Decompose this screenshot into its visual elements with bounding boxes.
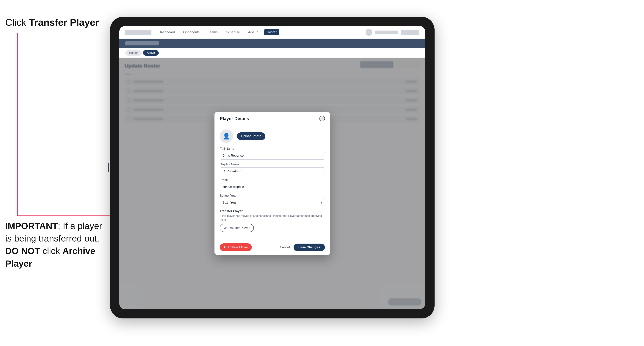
save-changes-button[interactable]: Save Changes (294, 244, 325, 251)
modal-footer: ⬇ Archive Player Cancel Save Changes (214, 240, 330, 255)
arrow-vertical (17, 33, 18, 216)
avatar-placeholder: 👤 (220, 129, 233, 143)
instruction-bottom: IMPORTANT: If a player is being transfer… (5, 220, 102, 270)
full-name-label: Full Name (220, 147, 325, 151)
tablet-frame: Dashboard Opponents Teams Schedule Add T… (110, 17, 434, 319)
modal-close-button[interactable]: × (319, 116, 325, 121)
modal-body: 👤 Upload Photo Full Name Display Name (214, 125, 330, 240)
do-not-label: DO NOT (5, 246, 40, 256)
modal-title: Player Details (220, 116, 249, 121)
footer-right-actions: Cancel Save Changes (280, 244, 325, 251)
email-group: Email (220, 178, 325, 191)
archive-icon: ⬇ (224, 245, 226, 249)
school-year-group: School Year Sixth Year Fifth Year Fourth… (220, 194, 325, 206)
instruction-text2: click (40, 246, 62, 256)
content-tabs: Roster Active (119, 48, 425, 58)
user-avatar (366, 29, 372, 36)
display-name-label: Display Name (220, 163, 325, 166)
transfer-icon: ⟳ (224, 226, 226, 230)
tablet-side-button (108, 163, 109, 172)
tab-active[interactable]: Active (143, 50, 159, 56)
upload-photo-button[interactable]: Upload Photo (237, 132, 266, 140)
full-name-group: Full Name (220, 147, 325, 160)
add-athlete-button[interactable] (400, 30, 419, 35)
tablet-screen: Dashboard Opponents Teams Schedule Add T… (119, 26, 425, 309)
user-name (375, 30, 398, 34)
nav-roster[interactable]: Roster (264, 29, 279, 35)
email-input[interactable] (220, 183, 325, 191)
school-year-select[interactable]: Sixth Year Fifth Year Fourth Year Third … (220, 199, 325, 206)
full-name-input[interactable] (220, 152, 325, 160)
transfer-section-desc: If this player has moved to another scho… (220, 214, 325, 222)
transfer-player-button[interactable]: ⟳ Transfer Player (220, 224, 254, 232)
instruction-prefix: Click (5, 17, 29, 28)
photo-row: 👤 Upload Photo (220, 129, 325, 143)
nav-schedule[interactable]: Schedule (223, 29, 242, 35)
transfer-button-label: Transfer Player (228, 226, 250, 230)
important-label: IMPORTANT (5, 221, 58, 231)
school-year-select-wrapper: Sixth Year Fifth Year Fourth Year Third … (220, 199, 325, 206)
person-icon: 👤 (223, 133, 230, 140)
archive-button-label: Archive Player (228, 245, 248, 249)
nav-opponents[interactable]: Opponents (180, 29, 202, 35)
cancel-button[interactable]: Cancel (280, 245, 290, 249)
player-details-modal: Player Details × 👤 Upload Photo (214, 112, 330, 255)
transfer-section-title: Transfer Player (220, 209, 325, 213)
main-content: Update Roster Team (119, 58, 425, 309)
display-name-input[interactable] (220, 168, 325, 175)
nav-add-to[interactable]: Add To (246, 29, 261, 35)
archive-player-button[interactable]: ⬇ Archive Player (220, 243, 252, 251)
nav-dashboard[interactable]: Dashboard (156, 29, 178, 35)
transfer-player-section: Transfer Player If this player has moved… (220, 209, 325, 232)
modal-overlay: Player Details × 👤 Upload Photo (119, 58, 425, 309)
dashboard-label (125, 41, 159, 45)
instruction-top: Click Transfer Player (5, 17, 99, 28)
modal-header: Player Details × (214, 112, 330, 125)
topbar-right (366, 29, 419, 36)
email-label: Email (220, 178, 325, 182)
instruction-bold: Transfer Player (29, 17, 99, 28)
nav-teams[interactable]: Teams (205, 29, 220, 35)
sub-bar (119, 39, 425, 48)
app-topbar: Dashboard Opponents Teams Schedule Add T… (119, 26, 425, 39)
school-year-label: School Year (220, 194, 325, 197)
app-logo (125, 30, 152, 35)
tab-roster[interactable]: Roster (125, 50, 142, 56)
app-nav: Dashboard Opponents Teams Schedule Add T… (156, 29, 361, 35)
display-name-group: Display Name (220, 163, 325, 175)
